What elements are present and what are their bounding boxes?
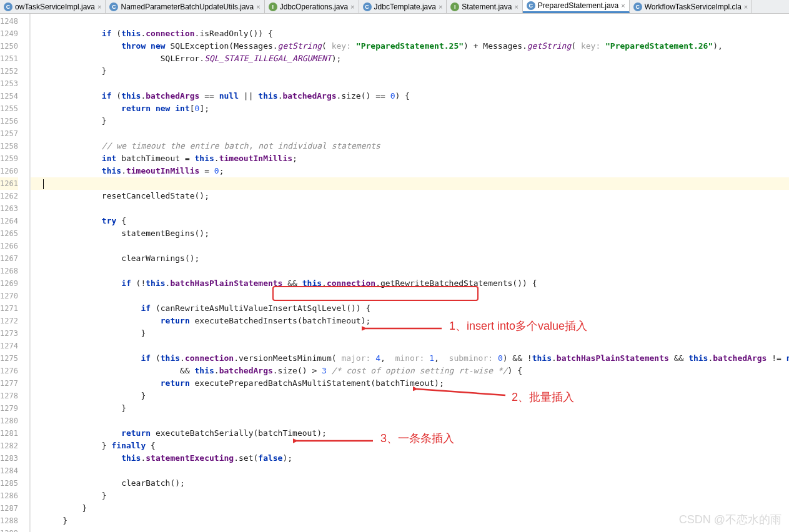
line-number: 1268 bbox=[0, 265, 18, 277]
line-number: 1284 bbox=[0, 465, 18, 477]
close-icon[interactable]: × bbox=[350, 3, 354, 11]
code-line: } bbox=[31, 402, 789, 415]
close-icon[interactable]: × bbox=[439, 3, 442, 11]
class-icon: C bbox=[109, 2, 118, 11]
code-line: this.statementExecuting.set(false); bbox=[31, 452, 789, 465]
class-icon: C bbox=[363, 2, 372, 11]
tab-label: owTaskServiceImpl.java bbox=[15, 2, 95, 11]
line-number: 1289 bbox=[0, 527, 18, 532]
line-number: 1260 bbox=[0, 165, 18, 177]
code-line: } bbox=[31, 327, 789, 340]
line-number: 1264 bbox=[0, 215, 18, 227]
code-line: // we timeout the entire batch, not indi… bbox=[31, 140, 789, 152]
line-number: 1280 bbox=[0, 415, 18, 427]
line-number: 1255 bbox=[0, 102, 18, 115]
line-number: 1275 bbox=[0, 352, 18, 365]
code-area[interactable]: if (this.connection.isReadOnly()) { thro… bbox=[31, 14, 789, 532]
line-number: 1285 bbox=[0, 477, 18, 490]
code-line: if (this.connection.versionMeetsMinimum(… bbox=[31, 352, 789, 365]
line-number: 1276 bbox=[0, 365, 18, 377]
line-number: 1262 bbox=[0, 190, 18, 202]
code-line: } bbox=[31, 502, 789, 515]
line-number: 1265 bbox=[0, 227, 18, 240]
code-line: throw new SQLException(Messages.getStrin… bbox=[31, 40, 789, 52]
close-icon[interactable]: × bbox=[514, 3, 518, 11]
code-line: SQLError.SQL_STATE_ILLEGAL_ARGUMENT); bbox=[31, 52, 789, 65]
code-line: resetCancelledState(); bbox=[31, 190, 789, 202]
line-number: 1271 bbox=[0, 302, 18, 315]
code-line bbox=[31, 290, 789, 302]
tab-PreparedStatement.java[interactable]: CPreparedStatement.java× bbox=[523, 0, 630, 13]
code-line: this.timeoutInMillis = 0; bbox=[31, 165, 789, 177]
code-line bbox=[31, 127, 789, 140]
tab-label: JdbcTemplate.java bbox=[374, 2, 436, 11]
line-number: 1273 bbox=[0, 327, 18, 340]
tab-label: WorkflowTaskServiceImpl.cla bbox=[645, 2, 742, 11]
tab-owTaskServiceImpl.java[interactable]: CowTaskServiceImpl.java× bbox=[0, 0, 106, 13]
class-icon: C bbox=[527, 1, 535, 10]
line-number: 1267 bbox=[0, 252, 18, 265]
code-line: } bbox=[31, 65, 789, 77]
line-number: 1249 bbox=[0, 27, 18, 40]
line-number: 1283 bbox=[0, 452, 18, 465]
code-line: return new int[0]; bbox=[31, 102, 789, 115]
code-line: if (!this.batchHasPlainStatements && thi… bbox=[31, 277, 789, 290]
line-number: 1251 bbox=[0, 52, 18, 65]
code-line: return executePreparedBatchAsMultiStatem… bbox=[31, 377, 789, 390]
code-line: if (this.batchedArgs == null || this.bat… bbox=[31, 90, 789, 102]
close-icon[interactable]: × bbox=[744, 3, 748, 11]
interface-icon: I bbox=[269, 2, 277, 11]
line-number: 1258 bbox=[0, 140, 18, 152]
code-line bbox=[31, 177, 789, 190]
code-line bbox=[31, 415, 789, 427]
class-icon: C bbox=[4, 2, 12, 11]
line-number: 1282 bbox=[0, 440, 18, 452]
code-line: clearWarnings(); bbox=[31, 252, 789, 265]
code-line: } bbox=[31, 390, 789, 402]
tab-JdbcTemplate.java[interactable]: CJdbcTemplate.java× bbox=[359, 0, 447, 13]
line-number: 1278 bbox=[0, 390, 18, 402]
tab-label: Statement.java bbox=[462, 2, 512, 11]
code-line: int batchTimeout = this.timeoutInMillis; bbox=[31, 152, 789, 165]
close-icon[interactable]: × bbox=[621, 2, 625, 9]
line-number: 1270 bbox=[0, 290, 18, 302]
code-line bbox=[31, 202, 789, 215]
interface-icon: I bbox=[450, 2, 459, 11]
code-line bbox=[31, 77, 789, 90]
line-number: 1254 bbox=[0, 90, 18, 102]
code-line bbox=[31, 465, 789, 477]
close-icon[interactable]: × bbox=[256, 3, 260, 11]
editor-tabs: CowTaskServiceImpl.java×CNamedParameterB… bbox=[0, 0, 789, 14]
line-number: 1252 bbox=[0, 65, 18, 77]
line-number: 1261 bbox=[0, 177, 18, 190]
line-number: 1287 bbox=[0, 502, 18, 515]
class-icon: C bbox=[633, 2, 642, 11]
line-number: 1250 bbox=[0, 40, 18, 52]
close-icon[interactable]: × bbox=[97, 3, 101, 11]
line-number: 1277 bbox=[0, 377, 18, 390]
tab-JdbcOperations.java[interactable]: IJdbcOperations.java× bbox=[265, 0, 359, 13]
code-line bbox=[31, 265, 789, 277]
line-number: 1288 bbox=[0, 515, 18, 527]
code-line: && this.batchedArgs.size() > 3 /* cost o… bbox=[31, 365, 789, 377]
code-line: try { bbox=[31, 215, 789, 227]
line-number: 1274 bbox=[0, 340, 18, 352]
code-line: } bbox=[31, 115, 789, 127]
tab-label: PreparedStatement.java bbox=[538, 1, 618, 10]
tab-Statement.java[interactable]: IStatement.java× bbox=[447, 0, 522, 13]
code-line bbox=[31, 340, 789, 352]
code-line: if (this.connection.isReadOnly()) { bbox=[31, 27, 789, 40]
line-number: 1248 bbox=[0, 15, 18, 27]
line-number: 1256 bbox=[0, 115, 18, 127]
tab-label: JdbcOperations.java bbox=[280, 2, 348, 11]
line-number-gutter: 1248124912501251125212531254125512561257… bbox=[0, 14, 30, 532]
line-number: 1272 bbox=[0, 315, 18, 327]
code-line: if (canRewriteAsMultiValueInsertAtSqlLev… bbox=[31, 302, 789, 315]
tab-WorkflowTaskServiceImpl.cla[interactable]: CWorkflowTaskServiceImpl.cla× bbox=[630, 0, 753, 13]
line-number: 1269 bbox=[0, 277, 18, 290]
line-number: 1263 bbox=[0, 202, 18, 215]
tab-NamedParameterBatchUpdateUtils.java[interactable]: CNamedParameterBatchUpdateUtils.java× bbox=[106, 0, 264, 13]
code-line: return executeBatchedInserts(batchTimeou… bbox=[31, 315, 789, 327]
code-line: } bbox=[31, 515, 789, 527]
line-number: 1281 bbox=[0, 427, 18, 440]
